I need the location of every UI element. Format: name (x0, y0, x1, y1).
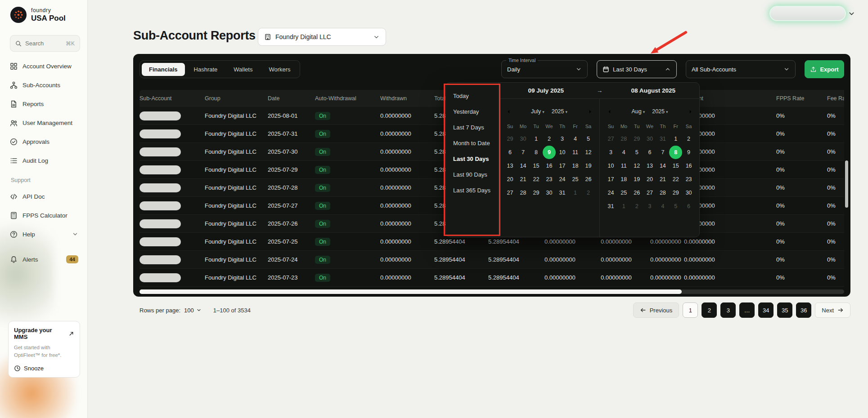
calendar-day[interactable]: 15 (669, 159, 682, 173)
calendar-day[interactable]: 31 (604, 200, 617, 213)
calendar-day[interactable]: 10 (556, 146, 569, 159)
calendar-day[interactable]: 28 (617, 132, 630, 146)
foundry-logo[interactable]: foundry USA Pool (10, 6, 66, 23)
calendar-day[interactable]: 4 (656, 200, 669, 213)
calendar-day[interactable]: 2 (682, 132, 695, 146)
calendar-day[interactable]: 6 (682, 200, 695, 213)
calendar-day[interactable]: 27 (504, 186, 517, 200)
calendar-day[interactable]: 20 (643, 173, 657, 186)
calendar-day[interactable]: 14 (656, 159, 669, 173)
tab-hashrate[interactable]: Hashrate (187, 63, 225, 76)
calendar-day[interactable]: 9 (543, 146, 556, 159)
chevron-left-icon[interactable] (504, 107, 513, 116)
chevron-left-icon[interactable] (604, 107, 614, 116)
calendar-day[interactable]: 28 (656, 186, 669, 200)
sidebar-item-sub-accounts[interactable]: Sub-Accounts (4, 76, 84, 94)
page-button-1[interactable]: 1 (683, 302, 698, 318)
chevron-down-icon[interactable] (848, 10, 855, 18)
calendar-day[interactable]: 24 (604, 186, 617, 200)
chevron-right-icon[interactable] (585, 107, 595, 116)
rows-per-page-select[interactable]: 100 (184, 307, 202, 314)
time-interval-select[interactable]: Time Interval Daily (501, 60, 588, 78)
sub-account-filter[interactable]: All Sub-Accounts (686, 60, 796, 78)
calendar-day[interactable]: 26 (582, 173, 595, 186)
preset-today[interactable]: Today (446, 88, 499, 104)
calendar-day[interactable]: 3 (643, 200, 657, 213)
calendar-day[interactable]: 21 (656, 173, 669, 186)
calendar-day[interactable]: 30 (682, 186, 695, 200)
calendar-day[interactable]: 2 (582, 186, 595, 200)
calendar-day[interactable]: 11 (617, 159, 630, 173)
calendar-day[interactable]: 6 (504, 146, 517, 159)
calendar-day[interactable]: 7 (656, 146, 669, 159)
calendar-day[interactable]: 2 (543, 132, 556, 146)
sidebar-item-fpps-calculator[interactable]: FPPS Calculator (4, 206, 84, 225)
calendar-day[interactable]: 18 (617, 173, 630, 186)
upgrade-card-title-row[interactable]: Upgrade your MMS (14, 327, 74, 340)
calendar-day[interactable]: 3 (604, 146, 617, 159)
calendar-day[interactable]: 30 (643, 132, 657, 146)
tab-workers[interactable]: Workers (261, 63, 297, 76)
calendar-day[interactable]: 4 (617, 146, 630, 159)
calendar-day[interactable]: 9 (682, 146, 695, 159)
calendar-day[interactable]: 31 (556, 186, 569, 200)
calendar-day[interactable]: 22 (669, 173, 682, 186)
sidebar-item-help[interactable]: Help (4, 225, 84, 244)
calendar-day[interactable]: 20 (504, 173, 517, 186)
calendar-day[interactable]: 14 (517, 159, 530, 173)
calendar-day[interactable]: 12 (630, 159, 643, 173)
horizontal-scrollbar-thumb[interactable] (139, 289, 682, 294)
page-button-36[interactable]: 36 (796, 302, 811, 318)
search-input[interactable]: Search ⌘K (10, 35, 80, 52)
calendar-day[interactable]: 2 (630, 200, 643, 213)
calendar-day[interactable]: 16 (543, 159, 556, 173)
calendar-day[interactable]: 17 (556, 159, 569, 173)
previous-page-button[interactable]: Previous (633, 302, 679, 318)
calendar-day[interactable]: 4 (569, 132, 582, 146)
sidebar-item-audit-log[interactable]: Audit Log (4, 151, 84, 170)
preset-last-7-days[interactable]: Last 7 Days (446, 120, 499, 135)
sidebar-item-account-overview[interactable]: Account Overview (4, 57, 84, 76)
calendar-day[interactable]: 27 (604, 132, 617, 146)
sidebar-item-api-doc[interactable]: API Doc (4, 187, 84, 206)
sidebar-item-approvals[interactable]: Approvals (4, 132, 84, 151)
page-button-34[interactable]: 34 (758, 302, 774, 318)
month-select[interactable]: Aug▾ (631, 108, 645, 115)
tab-financials[interactable]: Financials (142, 63, 185, 76)
calendar-day[interactable]: 29 (669, 186, 682, 200)
calendar-day[interactable]: 13 (643, 159, 657, 173)
calendar-day[interactable]: 26 (630, 186, 643, 200)
preset-last-30-days[interactable]: Last 30 Days (446, 151, 499, 167)
calendar-day[interactable]: 5 (669, 200, 682, 213)
page-button-2[interactable]: 2 (702, 302, 717, 318)
calendar-day[interactable]: 1 (669, 132, 682, 146)
year-select[interactable]: 2025▾ (652, 108, 668, 115)
calendar-day[interactable]: 18 (569, 159, 582, 173)
calendar-day[interactable]: 8 (669, 146, 682, 159)
account-menu-redacted[interactable] (770, 7, 845, 20)
export-button[interactable]: Export (805, 60, 844, 78)
calendar-day[interactable]: 21 (517, 173, 530, 186)
calendar-day[interactable]: 23 (543, 173, 556, 186)
calendar-day[interactable]: 17 (604, 173, 617, 186)
calendar-day[interactable]: 25 (569, 173, 582, 186)
calendar-day[interactable]: 1 (530, 132, 543, 146)
calendar-day[interactable]: 29 (530, 186, 543, 200)
calendar-day[interactable]: 5 (582, 132, 595, 146)
month-select[interactable]: July▾ (531, 108, 544, 115)
calendar-day[interactable]: 19 (582, 159, 595, 173)
preset-last-365-days[interactable]: Last 365 Days (446, 182, 499, 198)
calendar-day[interactable]: 30 (517, 132, 530, 146)
vertical-scrollbar-thumb[interactable] (845, 160, 848, 208)
calendar-day[interactable]: 10 (604, 159, 617, 173)
calendar-day[interactable]: 15 (530, 159, 543, 173)
chevron-right-icon[interactable] (685, 107, 695, 116)
preset-month-to-date[interactable]: Month to Date (446, 135, 499, 151)
page-button-35[interactable]: 35 (777, 302, 792, 318)
calendar-day[interactable]: 7 (517, 146, 530, 159)
calendar-day[interactable]: 28 (517, 186, 530, 200)
tab-wallets[interactable]: Wallets (226, 63, 260, 76)
calendar-day[interactable]: 6 (643, 146, 657, 159)
calendar-day[interactable]: 24 (556, 173, 569, 186)
sidebar-item-reports[interactable]: Reports (4, 94, 84, 113)
